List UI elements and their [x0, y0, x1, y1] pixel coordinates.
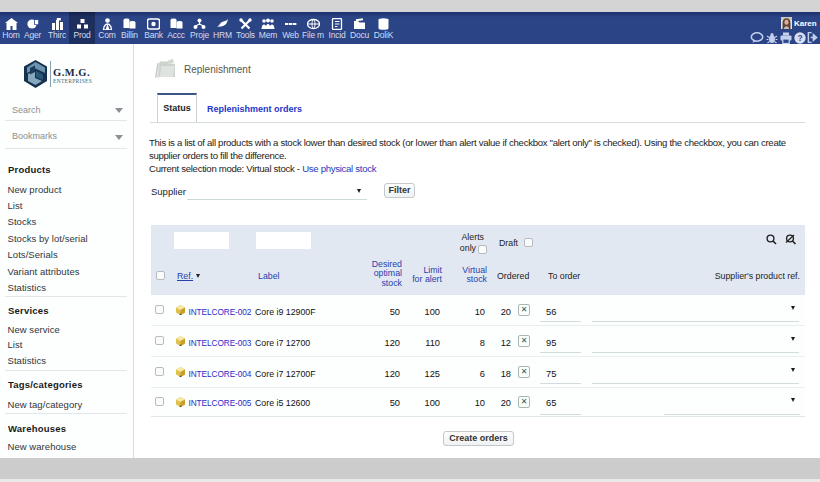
svg-text:?: ?	[797, 33, 802, 43]
